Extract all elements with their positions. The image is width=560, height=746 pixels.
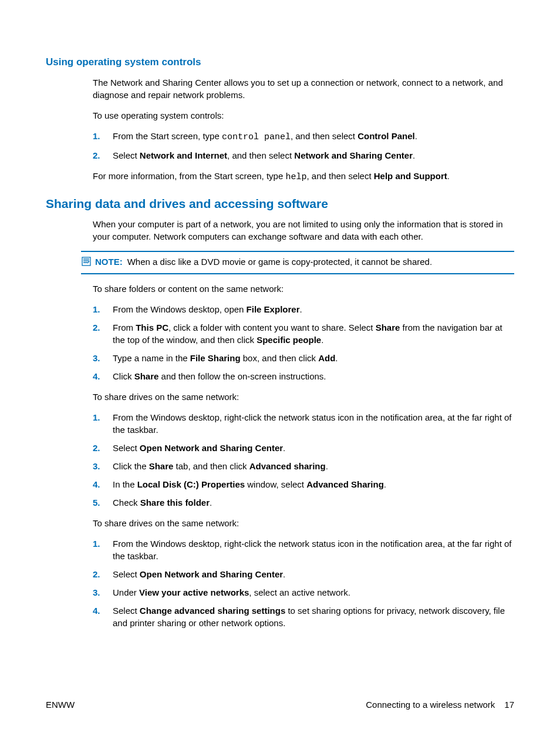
text: . [413, 150, 415, 160]
text: , and then select [227, 150, 294, 160]
bold-text: Change advanced sharing settings [140, 606, 285, 616]
footer-section-title: Connecting to a wireless network [366, 698, 495, 711]
text: Under [113, 587, 139, 597]
note-text: When a disc like a DVD movie or game is … [127, 257, 432, 267]
list-item: 3. Under View your active networks, sele… [93, 586, 514, 599]
heading-sharing-data: Sharing data and drives and accessing so… [46, 195, 514, 212]
bold-text: Control Panel [357, 131, 415, 141]
text: tab, and then click [173, 461, 249, 471]
list-item: 2. Select Network and Internet, and then… [93, 149, 514, 162]
steps-list-b: 1. From the Windows desktop, right-click… [93, 411, 514, 509]
step-number: 1. [93, 411, 100, 424]
list-item: 1. From the Windows desktop, right-click… [93, 411, 514, 436]
list-item: 1. From the Windows desktop, open File E… [93, 303, 514, 315]
note-block: NOTE:When a disc like a DVD movie or gam… [81, 251, 514, 274]
step-number: 2. [93, 568, 100, 580]
text: In the [113, 479, 137, 489]
list-item: 4. Select Change advanced sharing settin… [93, 604, 514, 629]
page-number: 17 [504, 698, 514, 711]
bold-text: Share [149, 461, 174, 471]
bold-text: Open Network and Sharing Center [140, 443, 283, 453]
step-number: 1. [93, 303, 100, 315]
step-number: 3. [93, 352, 100, 364]
step-number: 4. [93, 370, 100, 382]
text: From the Windows desktop, open [113, 304, 247, 314]
text: window, select [245, 479, 306, 489]
text: From the Windows desktop, right-click th… [113, 412, 511, 435]
step-number: 4. [93, 478, 100, 490]
text: , click a folder with content you want t… [168, 322, 376, 332]
step-number: 1. [93, 130, 100, 142]
bold-text: Share [376, 322, 400, 332]
bold-text: This PC [136, 322, 168, 332]
text: From the Windows desktop, right-click th… [113, 539, 511, 561]
lead-c: To share drives on the same network: [93, 517, 514, 529]
intro-paragraph-2: When your computer is part of a network,… [93, 218, 514, 243]
text: Select [113, 569, 140, 579]
text: For more information, from the Start scr… [93, 171, 285, 181]
note-icon [81, 256, 92, 270]
text: Select [113, 443, 140, 453]
list-item: 1. From the Windows desktop, right-click… [93, 537, 514, 562]
text: . [384, 479, 386, 489]
lead-a: To share folders or content on the same … [93, 283, 514, 295]
text: Type a name in the [113, 353, 190, 363]
bold-text: Advanced sharing [249, 461, 326, 471]
bold-text: Add [318, 353, 335, 363]
list-item: 1. From the Start screen, type control p… [93, 130, 514, 143]
page-footer: ENWW Connecting to a wireless network 17 [46, 698, 514, 711]
step-number: 2. [93, 321, 100, 334]
bold-text: File Explorer [247, 304, 300, 314]
list-item: 2. Select Open Network and Sharing Cente… [93, 568, 514, 580]
steps-list-a: 1. From the Windows desktop, open File E… [93, 303, 514, 382]
step-number: 3. [93, 586, 100, 599]
text: . [299, 304, 302, 314]
bold-text: File Sharing [190, 353, 241, 363]
list-item: 4. In the Local Disk (C:) Properties win… [93, 478, 514, 490]
step-number: 4. [93, 604, 100, 617]
intro-paragraph: The Network and Sharing Center allows yo… [93, 76, 514, 101]
bold-text: Share [134, 371, 159, 381]
list-item: 4. Click Share and then follow the on-sc… [93, 370, 514, 382]
bold-text: View your active networks [139, 587, 249, 597]
text: . [210, 498, 212, 508]
text: and then follow the on-screen instructio… [158, 371, 326, 381]
closing-paragraph: For more information, from the Start scr… [93, 170, 514, 183]
heading-using-os-controls: Using operating system controls [46, 55, 514, 69]
bold-text: Network and Sharing Center [294, 150, 413, 160]
step-number: 3. [93, 460, 100, 472]
note-label: NOTE: [95, 257, 127, 267]
bold-text: Local Disk (C:) Properties [137, 479, 245, 489]
step-number: 1. [93, 537, 100, 550]
text: , select an active network. [249, 587, 350, 597]
bold-text: Network and Internet [140, 150, 227, 160]
step-number: 5. [93, 496, 100, 509]
lead-paragraph: To use operating system controls: [93, 109, 514, 122]
text: . [321, 335, 323, 345]
text: Select [113, 150, 140, 160]
bold-text: Specific people [257, 335, 321, 345]
note-content: NOTE:When a disc like a DVD movie or gam… [95, 256, 514, 268]
list-item: 3. Click the Share tab, and then click A… [93, 460, 514, 472]
lead-b: To share drives on the same network: [93, 391, 514, 403]
steps-list-1: 1. From the Start screen, type control p… [93, 130, 514, 162]
step-number: 2. [93, 442, 100, 454]
bold-text: Open Network and Sharing Center [140, 569, 283, 579]
list-item: 2. From This PC, click a folder with con… [93, 321, 514, 346]
text: . [326, 461, 328, 471]
code-text: help [285, 172, 306, 182]
text: . [447, 171, 450, 181]
list-item: 3. Type a name in the File Sharing box, … [93, 352, 514, 364]
text: , and then select [306, 171, 373, 181]
text: . [415, 131, 417, 141]
text: . [335, 353, 338, 363]
list-item: 2. Select Open Network and Sharing Cente… [93, 442, 514, 454]
text: Select [113, 606, 140, 616]
list-item: 5. Check Share this folder. [93, 496, 514, 509]
text: box, and then click [241, 353, 319, 363]
code-text: control panel [222, 132, 291, 142]
text: From [113, 322, 136, 332]
footer-right: Connecting to a wireless network 17 [366, 698, 514, 711]
text: Click [113, 371, 134, 381]
text: Click the [113, 461, 149, 471]
